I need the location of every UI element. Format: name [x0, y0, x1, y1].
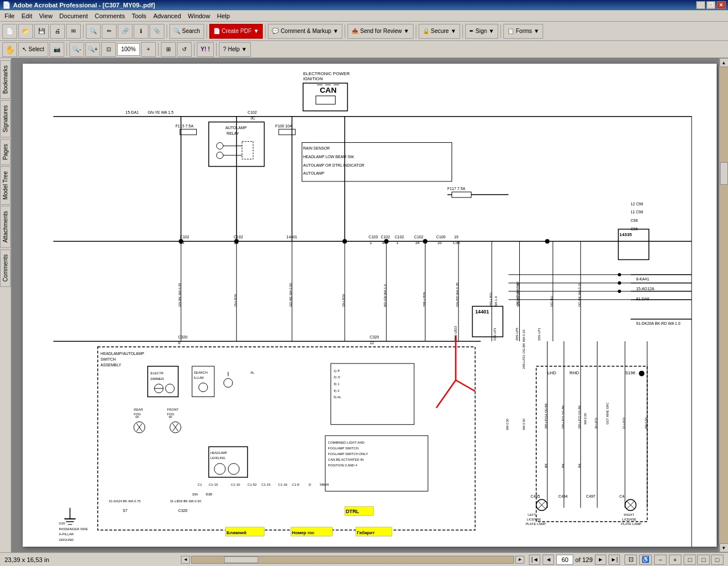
svg-text:GN-RD WA 0.35: GN-RD WA 0.35	[456, 283, 459, 307]
menu-help[interactable]: Help	[213, 11, 233, 20]
hand-tool-button[interactable]: ✋	[2, 42, 17, 57]
scroll-down-button[interactable]: ▼	[719, 543, 729, 552]
svg-text:C102: C102	[247, 110, 257, 114]
fit-button[interactable]: ⊡	[624, 555, 637, 565]
open-button[interactable]: 📂	[18, 24, 33, 39]
zoom-input[interactable]	[117, 43, 140, 56]
help-button[interactable]: ? Help ▼	[219, 42, 251, 57]
vertical-scrollbar[interactable]: ▲ ▼	[719, 58, 728, 552]
select-button[interactable]: ↖ Select	[18, 42, 48, 57]
menu-edit[interactable]: Edit	[18, 11, 36, 20]
taskbar-button3[interactable]: □	[711, 555, 723, 565]
comment-icon: 💬	[272, 28, 279, 34]
svg-text:28S-LP5: 28S-LP5	[515, 328, 519, 341]
comments-tab[interactable]: Comments	[0, 249, 11, 287]
svg-text:C102: C102	[395, 235, 404, 239]
svg-text:OG-BU: OG-BU	[550, 296, 553, 307]
attach-button[interactable]: 📎	[150, 24, 164, 39]
svg-text:RF: RF	[169, 416, 173, 419]
toolbar2: ✋ ↖ Select 📷 🔍- 🔍+ ⊡ + ⊞ ↺ Y! ! ? Help ▼	[0, 41, 728, 58]
menu-document[interactable]: Document	[56, 11, 91, 20]
forms-button[interactable]: 📋 Forms ▼	[503, 24, 543, 39]
taskbar-button2[interactable]: □	[697, 555, 710, 565]
current-page-input[interactable]	[556, 555, 573, 565]
print-button[interactable]: 🖨	[50, 24, 65, 39]
hscroll-right-button[interactable]: ►	[515, 556, 524, 564]
scroll-track[interactable]	[719, 67, 729, 543]
menu-view[interactable]: View	[36, 11, 56, 20]
zoom-out-status-button[interactable]: −	[654, 555, 667, 565]
taskbar-button1[interactable]: □	[684, 555, 696, 565]
zoom-in-button[interactable]: 🔍+	[85, 42, 100, 57]
bookmarks-tab[interactable]: Bookmarks	[0, 60, 11, 99]
secure-label: Secure	[431, 28, 449, 34]
hscroll-track[interactable]	[191, 556, 514, 564]
svg-text:4)  2: 4) 2	[334, 389, 340, 393]
left-panel-tabs: Bookmarks Signatures Pages Model Tree At…	[0, 58, 11, 552]
email-button[interactable]: ✉	[66, 24, 81, 39]
yahoo-button[interactable]: Y! !	[197, 42, 214, 57]
save-button[interactable]: 💾	[34, 24, 49, 39]
create-pdf-button[interactable]: 📄 Create PDF ▼	[209, 24, 263, 39]
svg-text:8-KA41: 8-KA41	[636, 277, 649, 281]
svg-text:SWITCH: SWITCH	[101, 357, 116, 361]
menu-file[interactable]: File	[1, 11, 18, 20]
svg-text:RHD: RHD	[569, 370, 579, 375]
comment-markup-button[interactable]: 💬 Comment & Markup ▼	[268, 24, 342, 39]
menu-advanced[interactable]: Advanced	[150, 11, 184, 20]
snapshot-button[interactable]: 📷	[49, 42, 64, 57]
search-icon: 🔍	[173, 28, 180, 34]
zoom-in-status-button[interactable]: +	[669, 555, 681, 565]
search-button[interactable]: 🔍 Search	[169, 24, 204, 39]
svg-point-213	[234, 239, 239, 243]
svg-text:CAN: CAN	[320, 86, 337, 94]
model-tree-tab[interactable]: Model Tree	[0, 166, 11, 205]
svg-text:ILLUM: ILLUM	[194, 376, 204, 379]
svg-text:DTRL: DTRL	[346, 509, 359, 514]
find-button[interactable]: 🔍	[86, 24, 101, 39]
sign-button[interactable]: ✒ Sign ▼	[465, 24, 498, 39]
menu-window[interactable]: Window	[184, 11, 213, 20]
svg-text:GROUND: GROUND	[59, 538, 74, 542]
titlebar-controls[interactable]: _ ❐ ✕	[696, 1, 726, 9]
menu-tools[interactable]: Tools	[129, 11, 150, 20]
send-review-arrow: ▼	[404, 28, 410, 34]
svg-text:PLATE LAMP: PLATE LAMP	[526, 522, 546, 526]
restore-button[interactable]: ❐	[706, 1, 715, 9]
scroll-thumb[interactable]	[720, 162, 728, 185]
zoom-plus-button[interactable]: +	[141, 42, 156, 57]
svg-text:LICENSE: LICENSE	[622, 518, 636, 521]
secure-button[interactable]: 🔒 Secure ▼	[419, 24, 461, 39]
last-page-button[interactable]: ►|	[609, 555, 620, 565]
info-button[interactable]: ℹ	[134, 24, 148, 39]
svg-text:PASSENGER SIDE: PASSENGER SIDE	[59, 527, 88, 531]
attachments-tab[interactable]: Attachments	[0, 206, 11, 248]
new-button[interactable]: 📄	[2, 24, 17, 39]
svg-text:FOGLAMP SWITCH.: FOGLAMP SWITCH.	[328, 447, 359, 450]
zoom-out-button[interactable]: 🔍-	[69, 42, 84, 57]
rotate-button[interactable]: ↺	[177, 42, 192, 57]
signatures-tab[interactable]: Signatures	[0, 100, 11, 138]
fit-page-button[interactable]: ⊞	[161, 42, 176, 57]
annotate-button[interactable]: ✏	[102, 24, 117, 39]
link-button[interactable]: 🔗	[118, 24, 133, 39]
help-label: Help	[228, 46, 240, 52]
first-page-button[interactable]: |◄	[529, 555, 540, 565]
svg-text:REAR: REAR	[134, 408, 143, 411]
minimize-button[interactable]: _	[696, 1, 705, 9]
menu-comments[interactable]: Comments	[92, 11, 129, 20]
zoom-reset-button[interactable]: ⊡	[101, 42, 116, 57]
next-page-button[interactable]: ►	[595, 555, 606, 565]
pages-tab[interactable]: Pages	[0, 139, 11, 165]
accessibility-button[interactable]: ♿	[639, 555, 652, 565]
close-button[interactable]: ✕	[717, 1, 726, 9]
send-review-button[interactable]: 📤 Send for Review ▼	[348, 24, 413, 39]
hscroll-left-button[interactable]: ◄	[181, 556, 190, 564]
yahoo-icon: !	[208, 46, 210, 52]
svg-text:2)  O: 2) O	[334, 375, 341, 379]
sep9	[67, 43, 67, 56]
hscroll-thumb[interactable]	[224, 556, 258, 563]
prev-page-button[interactable]: ◄	[543, 555, 554, 565]
scroll-up-button[interactable]: ▲	[719, 58, 729, 67]
svg-text:LEVELING: LEVELING	[210, 456, 225, 460]
